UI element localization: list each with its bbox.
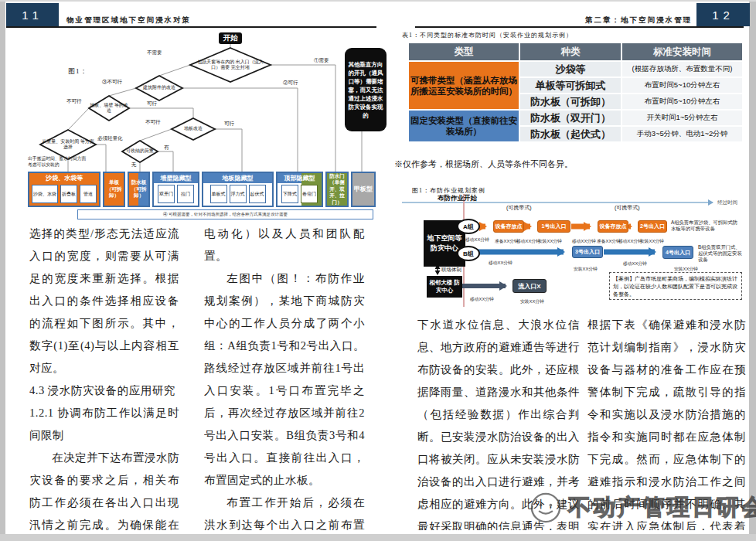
watermark-logo-icon	[530, 492, 562, 524]
time-label: 移动XX分钟	[572, 238, 596, 245]
flow-label-ok2: ②可行	[283, 80, 298, 87]
storage-node-1: 设备存放点	[493, 220, 524, 233]
section-heading: 4.3 浸水防灾设备的应用研究	[29, 379, 179, 402]
time-cell: 开关时间1~5分钟左右	[622, 111, 742, 125]
flow-label-ok-a: 可行	[147, 100, 157, 107]
time-label: 准备XX分钟	[495, 238, 519, 245]
flow-label-no-b: 不可行	[145, 119, 161, 126]
flow-label-no3: ③不可行	[102, 79, 122, 86]
page-number-right: 12	[696, 3, 750, 26]
flow-category-waterproof-door: 防水门（单侧开、双开、拉门）	[325, 172, 349, 207]
right-header-rule	[415, 26, 744, 28]
table-note: ※仅作参考，根据场所、人员等条件不同各异。	[394, 158, 573, 170]
category-header: 墙壁隐藏型	[154, 173, 198, 183]
watermark: 不动产管理日研会	[530, 492, 756, 524]
group-b-note: B组负责双开门式、起伏式等的固定安装设备	[698, 244, 743, 263]
time-axis-label: 经过时间	[717, 199, 737, 206]
flow-label-have: 有	[164, 145, 169, 151]
table-caption: 表1：不同类型的标准布防时间（安装作业的规划示例）	[402, 31, 573, 39]
time-cell: 手动3~5分钟、电动1~2分钟	[622, 127, 742, 141]
scan-edge-left	[0, 0, 5, 541]
time-label: 移动XX分钟	[489, 260, 513, 267]
flow-decision-3: 地板、墙壁 等的改造	[89, 99, 129, 117]
page-number-left: 11	[6, 3, 59, 26]
category-header: 地板隐藏型	[203, 173, 272, 183]
adjacent-building-box: 相邻大楼 防灾中心	[427, 276, 462, 298]
right-header-title: 第二章：地下空间浸水管理	[572, 15, 692, 26]
group-fixed: 固定安装类型（直接前往安装场所）	[409, 111, 519, 141]
flow-chip: 拉门	[177, 185, 194, 203]
scan-edge-top	[0, 0, 756, 2]
left-figure-label: 图1：	[68, 66, 88, 77]
time-cell: 布置时间5~10分钟左右	[622, 78, 742, 93]
flow-chip: 浮力式	[230, 185, 247, 203]
left-page-column-1: 选择的类型/形态无法适应流入口的宽度，则需要从可满足的宽度来重新选择。根据出入口…	[29, 223, 179, 530]
flow-decision-4: 地板改造	[173, 124, 213, 134]
exit-1-node: 1号出入口	[537, 220, 570, 233]
col-header-time: 标准安装时间	[622, 43, 742, 60]
contact-system-label: 联络体制	[441, 267, 461, 274]
exit-3-node: 3号出入口	[572, 246, 603, 258]
left-header-title: 物业管理区域地下空间浸水对策	[66, 15, 191, 26]
table-row: 可携带类型（涵盖从存放场所搬运至安装场所的时间） 沙袋等 (根据存放场所、布置数…	[409, 62, 742, 77]
time-label: 移动XX分钟	[470, 296, 494, 303]
group-a-note: A组负责布置沙袋、可拆卸式防水板等的可携带设备	[671, 219, 742, 232]
watermark-text: 不动产管理日研会	[568, 492, 756, 523]
flow-start: 开始	[219, 32, 242, 44]
flow-chip: 双开门	[158, 185, 175, 203]
scan-edge-right	[749, 0, 756, 541]
kind-cell: 单板等可拆卸式	[520, 78, 621, 93]
storage-node-2: 设备存放点	[598, 220, 628, 233]
flow-category-single-board: 单板（可拆卸）	[103, 172, 125, 207]
left-header-rule	[6, 26, 376, 28]
col-header-type: 类型	[409, 43, 519, 60]
flow-category-floor-hidden: 地板隐藏型 单板式 浮力式 起伏式	[202, 172, 274, 207]
scanned-document-spread: 11 物业管理区域地下空间浸水对策 第二章：地下空间浸水管理 12	[0, 0, 756, 541]
time-label: 安装XX分钟	[574, 266, 598, 273]
flow-label-no-a: 不可行	[66, 98, 82, 105]
deploy-start-label: 布防作业开始	[438, 194, 477, 203]
category-header: 沙袋、水袋等	[29, 173, 99, 183]
kind-cell: 沙袋等	[520, 62, 621, 77]
flow-label-ok-b: 可行	[224, 121, 234, 128]
paragraph: 电动化）以及人员和团队配置。	[204, 223, 365, 267]
paragraph: 左图中（图！：布防作业规划案例），某地下商城防灾中心的工作人员分成了两个小组：A…	[204, 267, 365, 492]
section-heading: 1.2.1 协调布防工作以满足时间限制	[29, 402, 179, 447]
flow-chip: 下降式	[281, 185, 298, 203]
flow-label-none: 无	[131, 162, 137, 168]
paragraph: 布置工作开始后，必须在洪水到达每个出入口之前布置完浸水防灾设备。考虑到从防治中心…	[204, 492, 365, 530]
flow-decision-1: 包括天窗等在内的 出入口（流入口）需要 完全封堵	[195, 51, 266, 79]
flow-chip: 卷帘门	[301, 185, 318, 203]
time-label: 移动XX分钟	[618, 238, 642, 245]
flow-label-need1: ①需要	[314, 57, 329, 64]
flow-footnote-bar: ④ 可根据需要，针对不同场所选择，结合各种方式来满足设计需要	[77, 209, 373, 219]
flow-decision-6: 可收纳的荷重	[117, 147, 163, 156]
time-label: 安装XX分钟	[520, 298, 544, 305]
flow-decision-2: 建筑附件的改造	[138, 80, 181, 96]
table-header-row: 类型 种类 标准安装时间	[409, 43, 742, 60]
standard-install-time-table: 类型 种类 标准安装时间 可携带类型（涵盖从存放场所搬运至安装场所的时间） 沙袋…	[407, 42, 744, 143]
exit-4-node: 4号出入口	[662, 246, 693, 259]
paragraph: 在决定并下达布置浸水防灾设备的要求之后，相关布防工作必须在各出入口出现汛情之前完…	[29, 447, 179, 530]
portable-label-1: (可携带式)	[506, 204, 532, 212]
case-note-box: 【案例】广岛市纸屋町某商场，编制模拟实际演练计划，以论证在较少人数和团队配置下是…	[609, 272, 742, 300]
flow-category-waterproof-board: 防水板（可拆卸）	[128, 172, 150, 207]
flow-chip: 起伏式	[249, 185, 266, 203]
time-label: 移动XX分钟	[516, 238, 540, 245]
flow-label-no-need: 不需要	[147, 49, 162, 56]
scan-edge-bottom	[0, 534, 756, 541]
flow-side-note: 出于搬运时间、蓄水时间方面考虑可以安装的	[28, 155, 90, 168]
time-cell: (根据存放场所、布置数量不同)	[622, 62, 742, 77]
inflow-node: 流入口X	[513, 279, 547, 293]
time-cell: 布置时间5~10分钟左右	[622, 94, 742, 109]
kind-cell: 防水板（可拆卸）	[520, 94, 621, 109]
flow-chip: 折叠板	[60, 185, 77, 203]
flow-decision-5: 从重量、安装时间 等方面选择	[42, 136, 94, 153]
time-label: 安装XX分钟	[538, 238, 562, 245]
group-b-ellipse: B组	[457, 246, 480, 261]
flow-label-lighten: 必须轻量化	[97, 135, 123, 142]
time-label: 移动XX分钟	[465, 236, 489, 243]
group-a-ellipse: A组	[457, 219, 480, 234]
flow-chip: 沙袋、水袋	[32, 185, 58, 203]
flow-category-deck-type: 甲板型	[351, 172, 376, 207]
